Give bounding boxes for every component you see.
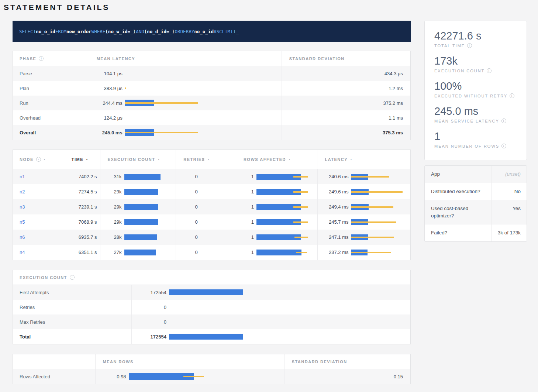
info-icon[interactable]: i (487, 68, 492, 73)
node-cell: n3 (13, 199, 66, 214)
info-icon[interactable]: i (36, 157, 41, 162)
app-details-table: App(unset)Distributed execution?NoUsed c… (424, 165, 527, 242)
retries-value: 0 (195, 174, 197, 179)
column-header-label: NODE (20, 157, 34, 162)
stddev-line (296, 252, 307, 253)
exec-label-cell: Max Retries (13, 314, 131, 329)
execution-count-bar (124, 234, 176, 240)
table-row: Used cost-based optimizer?Yes (425, 200, 527, 224)
rows-affected-cell: 1 (236, 245, 317, 260)
std-dev-cell: 1.2 ms (282, 81, 410, 96)
info-icon[interactable]: i (510, 93, 514, 98)
column-header-label: EXECUTION COUNT (108, 157, 155, 162)
mean-bar (124, 234, 157, 240)
table-row: Plan383.9 µs1.2 ms (13, 81, 410, 96)
node-header-rows-affected[interactable]: ROWS AFFECTED▼ (236, 150, 317, 169)
node-link[interactable]: n4 (20, 250, 25, 255)
time-cell: 6935.7 s (66, 230, 100, 245)
mean-bar (124, 204, 158, 210)
rows-affected-table: MEAN ROWSSTANDARD DEVIATIONRows Affected… (13, 354, 411, 384)
rows-label: Rows Affected (20, 374, 50, 379)
exec-count-bar (169, 319, 410, 325)
mean-bar (124, 219, 158, 225)
info-icon[interactable]: i (501, 144, 506, 148)
exec-label: Max Retries (20, 319, 45, 325)
sort-arrow-icon: ▼ (288, 158, 291, 161)
stddev-line (293, 221, 308, 223)
rows-header-standard-deviation: STANDARD DEVIATION (284, 354, 410, 369)
node-header-node[interactable]: NODEi▼ (13, 150, 66, 169)
mean-latency-value: 104.1 µs (89, 71, 123, 76)
node-link[interactable]: n2 (20, 189, 25, 195)
mean-bar (124, 174, 161, 180)
mean-rows: 0.98 (96, 369, 284, 384)
execution-count-value: 31k (100, 174, 122, 179)
sql-keyword: LIMIT (222, 29, 236, 34)
stat-label: EXECUTED WITHOUT RETRYi (434, 93, 517, 98)
mean-bar (124, 250, 156, 255)
column-header-label: STANDARD DEVIATION (292, 360, 347, 364)
summary-stat: 42271.6 sTOTAL TIMEi (434, 30, 517, 48)
node-header-time[interactable]: TIME▼ (66, 150, 100, 169)
execution-count-bar (124, 250, 176, 255)
latency-cell: 249.6 ms (317, 184, 411, 199)
mean-bar (124, 189, 158, 195)
latency-bar (351, 174, 411, 180)
stddev-line (351, 176, 389, 178)
node-link[interactable]: n6 (20, 234, 25, 240)
table-row: Retries0 (13, 300, 410, 314)
mean-latency-bar (125, 114, 282, 121)
latency: 249.6 ms (318, 184, 411, 199)
info-icon[interactable]: i (39, 56, 44, 61)
mean-latency-cell: 104.1 µs (89, 66, 282, 81)
exec-value-cell: 0 (131, 300, 410, 314)
node-header-retries[interactable]: RETRIES▼ (176, 150, 236, 169)
node-header-latency[interactable]: LATENCY▼ (317, 150, 410, 169)
exec-label-cell: Total (13, 329, 131, 344)
time-value: 7402.2 s (79, 174, 97, 179)
sort-arrow-icon: ▼ (350, 158, 352, 161)
std-dev-cell: 375.2 ms (282, 96, 410, 110)
sql-keyword: AND (136, 29, 144, 34)
exec-count-value: 0 (132, 319, 166, 325)
info-icon[interactable]: i (467, 43, 472, 48)
rows-affected-bar (256, 234, 317, 240)
mean-rows-bar (129, 373, 284, 380)
stddev-line (183, 376, 204, 377)
retries-cell: 0 (176, 245, 236, 260)
table-row: Failed?3k of 173k (425, 224, 527, 241)
sql-statement: SELECT no_o_id FROM new_order WHERE (no_… (13, 21, 411, 42)
node-link[interactable]: n3 (20, 204, 25, 210)
rows-affected-value: 1 (236, 204, 254, 210)
app-detail-label: App (425, 166, 491, 183)
app-detail-value: No (491, 183, 527, 200)
info-icon[interactable]: i (70, 275, 75, 280)
node-header-execution-count[interactable]: EXECUTION COUNT▼ (100, 150, 176, 169)
latency-cell: 245.7 ms (317, 214, 411, 230)
latency-value: 247.1 ms (318, 234, 349, 240)
execution-count-table: EXECUTION COUNTiFirst Attempts172554Retr… (13, 270, 411, 344)
time-cell: 6351.1 s (66, 245, 100, 260)
latency: 245.7 ms (318, 214, 411, 230)
info-icon[interactable]: i (501, 118, 506, 123)
mean-latency-bar (125, 85, 282, 92)
column-header-label: TIME (72, 157, 83, 162)
app-detail-value: 3k of 173k (491, 224, 527, 241)
sql-token: new_order (66, 29, 92, 34)
mean-latency: 245.0 ms (89, 125, 282, 140)
stat-value: 100% (434, 80, 517, 92)
exec-value-cell: 172554 (131, 285, 410, 300)
node-link[interactable]: n5 (20, 219, 25, 225)
node-link[interactable]: n1 (20, 174, 25, 179)
sql-keyword: BY (189, 29, 194, 34)
sql-token: (no_d_id (144, 29, 166, 34)
execution-count-bar (124, 189, 176, 195)
rows-affected: 1 (236, 199, 317, 214)
stddev-line (125, 87, 126, 89)
exec-count: 0 (132, 314, 410, 329)
column-header-label: MEAN ROWS (103, 360, 134, 364)
execution-count-cell: 28k (100, 230, 176, 245)
rows-affected-bar (256, 250, 317, 255)
execution-count-bar (124, 204, 176, 210)
retries-cell: 0 (176, 199, 236, 214)
